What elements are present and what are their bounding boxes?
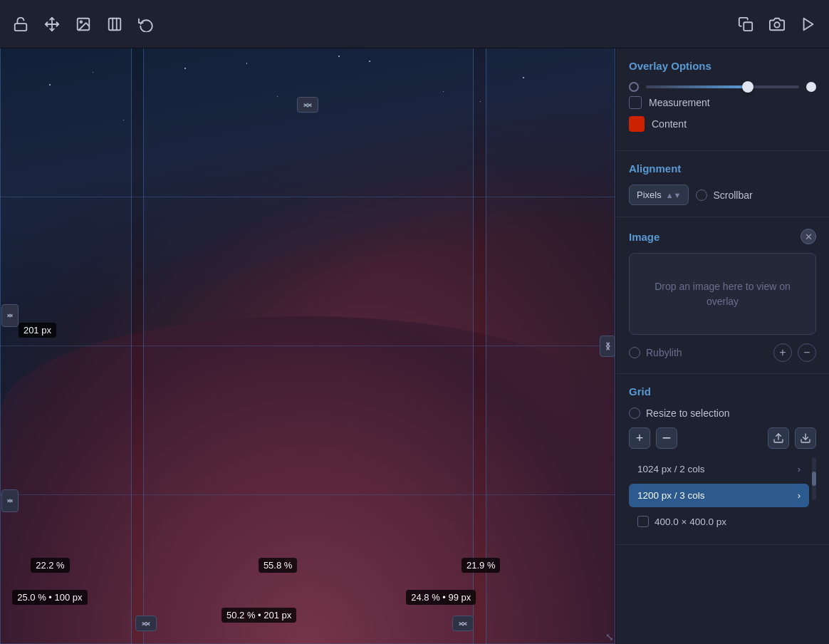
grid-upload-button[interactable] — [768, 427, 789, 449]
rubylith-minus-button[interactable]: − — [798, 343, 816, 362]
grid-item-1-arrow: › — [798, 464, 801, 474]
alignment-title: Alignment — [629, 162, 816, 175]
grid-size-checkbox[interactable] — [637, 516, 649, 527]
right-panel: Overlay Options Measurement Content — [615, 48, 829, 644]
resize-label: Resize to selection — [646, 407, 730, 419]
grid-title: Grid — [629, 385, 816, 398]
handle-right[interactable] — [600, 336, 615, 357]
scrollbar-radio[interactable] — [696, 189, 707, 201]
grid-list-scrollbar[interactable] — [812, 457, 816, 500]
opacity-slider-track[interactable] — [646, 85, 799, 88]
pixels-label: Pixels — [637, 189, 662, 200]
grid-size-label: 400.0 × 400.0 px — [655, 516, 726, 527]
grid-item-2-label: 1200 px / 3 cols — [637, 490, 705, 501]
image-drop-zone[interactable]: Drop an image here to view on overlay — [629, 253, 816, 335]
drop-zone-text: Drop an image here to view on overlay — [641, 279, 804, 309]
grid-list-item-1024[interactable]: 1024 px / 2 cols › — [629, 457, 809, 481]
ruler-handle-left-bottom[interactable] — [1, 489, 19, 512]
handle-bottom-center-left[interactable] — [135, 616, 157, 631]
grid-add-button[interactable]: + — [629, 427, 650, 449]
measurement-label: Measurement — [649, 97, 710, 108]
toolbar-right — [738, 16, 816, 32]
content-option-row: Content — [629, 116, 816, 132]
copy-icon[interactable] — [738, 16, 754, 32]
svg-rect-0 — [15, 24, 27, 31]
resize-row: Resize to selection — [629, 407, 816, 419]
svg-rect-5 — [109, 18, 121, 30]
slider-dot-right — [806, 82, 816, 92]
lock-icon[interactable] — [13, 16, 28, 32]
svg-rect-8 — [744, 22, 752, 31]
measurement-label-left: 201 px — [19, 323, 56, 338]
svg-marker-10 — [804, 18, 813, 30]
grid-list: 1024 px / 2 cols › 1200 px / 3 cols › — [629, 457, 809, 510]
rubylith-radio[interactable] — [629, 347, 640, 358]
grid-controls-row: + − — [629, 427, 816, 449]
ruler-handle-left-top[interactable] — [1, 304, 19, 327]
play-icon[interactable] — [801, 16, 816, 32]
image-close-button[interactable]: ✕ — [801, 229, 816, 244]
camera-icon[interactable] — [769, 16, 785, 32]
col3-detail-label: 24.8 % • 99 px — [406, 590, 476, 605]
content-color-swatch[interactable] — [629, 116, 645, 132]
grid-item-1-label: 1024 px / 2 cols — [637, 464, 705, 474]
grid-section: Grid Resize to selection + − — [616, 374, 829, 545]
slider-dot-left — [629, 82, 639, 92]
col1-detail-label: 25.0 % • 100 px — [12, 590, 87, 605]
resize-radio[interactable] — [629, 407, 640, 419]
col1-width-label: 22.2 % — [31, 558, 69, 573]
grid-size-row: 400.0 × 400.0 px — [629, 510, 816, 533]
opacity-slider-thumb[interactable] — [742, 81, 754, 93]
pixels-select[interactable]: Pixels ▲▼ — [629, 185, 689, 205]
grid-remove-button[interactable]: − — [656, 427, 677, 449]
opacity-slider-row — [629, 82, 816, 92]
resize-corner[interactable]: ⤡ — [605, 631, 614, 643]
rubylith-row: Rubylith + − — [629, 343, 816, 362]
alignment-row: Pixels ▲▼ Scrollbar — [629, 185, 816, 205]
scrollbar-radio-row: Scrollbar — [696, 189, 752, 201]
stars — [0, 48, 615, 286]
handle-bottom-center-right[interactable] — [452, 616, 474, 631]
canvas-background — [0, 48, 615, 644]
image-icon[interactable] — [75, 16, 91, 32]
col3-width-label: 21.9 % — [462, 558, 500, 573]
image-section-header: Image ✕ — [629, 229, 816, 244]
grid-item-2-arrow: › — [798, 490, 801, 501]
grid-list-item-1200[interactable]: 1200 px / 3 cols › — [629, 484, 809, 507]
content-label: Content — [652, 118, 687, 130]
alignment-section: Alignment Pixels ▲▼ Scrollbar — [616, 151, 829, 217]
col2-detail-label: 50.2 % • 201 px — [221, 608, 296, 623]
canvas-area: 201 px 22.2 % 55.8 % 21.9 % 25.0 % • 100… — [0, 48, 615, 644]
overlay-options-section: Overlay Options Measurement Content — [616, 48, 829, 151]
rubylith-label: Rubylith — [646, 347, 768, 358]
chevron-icon: ▲▼ — [666, 191, 682, 199]
opacity-slider-fill — [646, 85, 746, 88]
scrollbar-label: Scrollbar — [713, 189, 752, 201]
grid-download-button[interactable] — [795, 427, 816, 449]
grid-list-wrapper: 1024 px / 2 cols › 1200 px / 3 cols › — [629, 457, 816, 510]
measurement-option-row: Measurement — [629, 96, 816, 109]
measurement-checkbox[interactable] — [629, 96, 642, 109]
columns-icon[interactable] — [107, 16, 122, 32]
overlay-options-title: Overlay Options — [629, 60, 816, 72]
toolbar — [0, 0, 829, 48]
main-content: 201 px 22.2 % 55.8 % 21.9 % 25.0 % • 100… — [0, 48, 829, 644]
col2-width-label: 55.8 % — [259, 558, 297, 573]
refresh-icon[interactable] — [138, 16, 154, 32]
svg-point-4 — [80, 21, 82, 23]
image-section: Image ✕ Drop an image here to view on ov… — [616, 217, 829, 374]
svg-point-9 — [774, 22, 779, 27]
image-title: Image — [629, 231, 659, 243]
handle-top[interactable] — [297, 97, 318, 113]
move-icon[interactable] — [44, 16, 60, 32]
rubylith-add-button[interactable]: + — [773, 343, 792, 362]
grid-list-scrollbar-thumb[interactable] — [812, 472, 816, 486]
